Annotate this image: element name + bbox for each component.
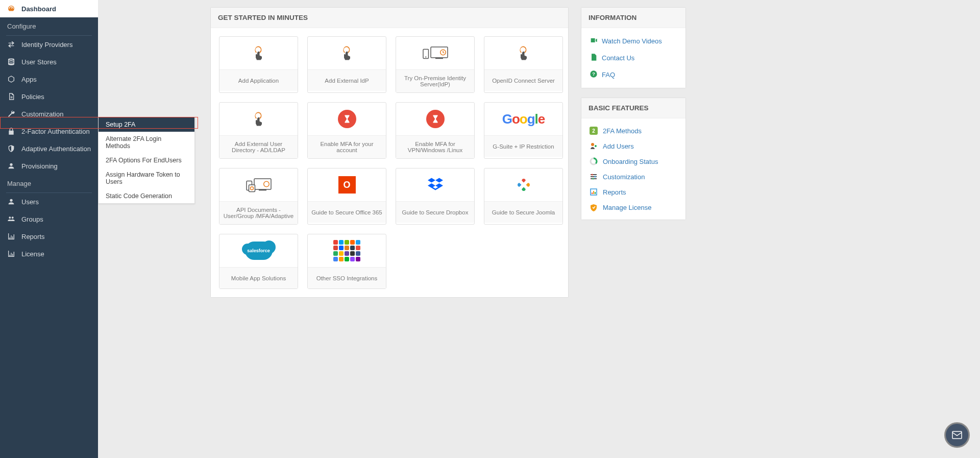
card-enable-mfa-vpn[interactable]: Enable MFA for VPN/Windows /Linux bbox=[396, 102, 475, 159]
hourglass-icon bbox=[308, 103, 386, 135]
features-panel: BASIC FEATURES 2 2FA Methods Add Users O… bbox=[581, 98, 686, 220]
chat-button[interactable] bbox=[944, 422, 970, 448]
card-add-external-idp[interactable]: Add External IdP bbox=[307, 36, 386, 93]
card-gsuite-ip[interactable]: Google G-Suite + IP Restriction bbox=[484, 102, 563, 159]
get-started-panel: GET STARTED IN MINUTES Add Application A… bbox=[210, 7, 569, 298]
link-label: Reports bbox=[603, 188, 626, 196]
hourglass-icon bbox=[396, 103, 474, 135]
card-enable-mfa-account[interactable]: Enable MFA for your account bbox=[307, 102, 386, 159]
question-icon: ? bbox=[590, 70, 597, 80]
shield-icon bbox=[7, 144, 15, 153]
submenu-2fa: Setup 2FA Alternate 2FA Login Methods 2F… bbox=[98, 117, 195, 204]
link-manage-license[interactable]: Manage License bbox=[590, 203, 677, 211]
link-faq[interactable]: ? FAQ bbox=[590, 70, 677, 80]
card-label: Guide to Secure Joomla bbox=[484, 201, 562, 223]
sidebar-item-reports[interactable]: Reports bbox=[0, 228, 98, 245]
sidebar-item-label: Identity Providers bbox=[21, 41, 72, 49]
sidebar-item-label: Users bbox=[21, 198, 39, 206]
submenu-item-assign-token[interactable]: Assign Hardware Token to Users bbox=[99, 167, 194, 189]
sidebar-item-label: Provisioning bbox=[21, 162, 58, 170]
link-add-users[interactable]: Add Users bbox=[590, 142, 677, 150]
link-reports[interactable]: Reports bbox=[590, 188, 677, 196]
card-label: Other SSO Integrations bbox=[308, 267, 386, 288]
panel-title: BASIC FEATURES bbox=[581, 98, 685, 118]
card-label: Add External IdP bbox=[308, 69, 386, 91]
sidebar-item-label: Customization bbox=[21, 110, 63, 118]
sidebar-item-label: Policies bbox=[21, 93, 44, 101]
card-label: G-Suite + IP Restriction bbox=[484, 135, 562, 157]
svg-text:2: 2 bbox=[592, 128, 595, 134]
card-label: Guide to Secure Dropbox bbox=[396, 201, 474, 223]
card-add-user-directory[interactable]: Add External User Directory - AD/LDAP bbox=[219, 102, 298, 159]
card-label: Mobile App Solutions bbox=[219, 267, 298, 288]
link-demo-videos[interactable]: Watch Demo Videos bbox=[590, 36, 677, 46]
card-label: Enable MFA for your account bbox=[308, 135, 386, 158]
card-office-365[interactable]: O Guide to Secure Office 365 bbox=[307, 168, 386, 225]
svg-rect-7 bbox=[259, 189, 266, 190]
submenu-item-alternate-login[interactable]: Alternate 2FA Login Methods bbox=[99, 132, 194, 153]
badge-icon: 2 bbox=[590, 127, 598, 135]
sidebar-item-2fa[interactable]: 2-Factor Authentication bbox=[0, 123, 98, 140]
sidebar-item-groups[interactable]: Groups bbox=[0, 210, 98, 228]
sidebar-item-user-stores[interactable]: User Stores bbox=[0, 53, 98, 70]
card-label: Add Application bbox=[219, 69, 298, 91]
sidebar-item-users[interactable]: Users bbox=[0, 193, 98, 210]
sidebar-item-policies[interactable]: Policies bbox=[0, 88, 98, 105]
submenu-item-static-code[interactable]: Static Code Generation bbox=[99, 189, 194, 203]
card-openid-connect[interactable]: OpenID Connect Server bbox=[484, 36, 563, 93]
sidebar-item-label: Adaptive Authentication bbox=[21, 145, 91, 153]
card-label: OpenID Connect Server bbox=[484, 69, 562, 91]
sidebar-item-label: User Stores bbox=[21, 58, 57, 66]
panel-title: INFORMATION bbox=[581, 8, 685, 28]
svg-rect-5 bbox=[254, 179, 271, 189]
user-icon bbox=[7, 162, 15, 170]
sidebar-item-label: Apps bbox=[21, 76, 37, 83]
panel-title: GET STARTED IN MINUTES bbox=[211, 8, 568, 28]
link-label: Watch Demo Videos bbox=[602, 37, 662, 45]
sidebar-item-adaptive-auth[interactable]: Adaptive Authentication bbox=[0, 140, 98, 157]
touch-icon bbox=[219, 103, 298, 135]
mail-icon bbox=[951, 429, 963, 441]
gauge-icon bbox=[7, 5, 15, 13]
sidebar-item-license[interactable]: License bbox=[0, 245, 98, 262]
sidebar-item-apps[interactable]: Apps bbox=[0, 70, 98, 88]
devices-icon bbox=[396, 37, 474, 69]
sidebar-item-customization[interactable]: Customization bbox=[0, 105, 98, 123]
sidebar-section-configure: Configure bbox=[0, 17, 98, 35]
submenu-item-setup-2fa[interactable]: Setup 2FA bbox=[99, 117, 194, 132]
users-icon bbox=[7, 215, 15, 223]
submenu-item-2fa-options[interactable]: 2FA Options For EndUsers bbox=[99, 153, 194, 167]
information-panel: INFORMATION Watch Demo Videos Contact Us… bbox=[581, 7, 686, 88]
card-on-premise-idp[interactable]: Try On-Premise Identity Server(IdP) bbox=[396, 36, 475, 93]
touch-icon bbox=[308, 37, 386, 69]
link-2fa-methods[interactable]: 2 2FA Methods bbox=[590, 127, 677, 135]
link-onboarding-status[interactable]: Onboarding Status bbox=[590, 157, 677, 165]
link-label: Onboarding Status bbox=[603, 158, 658, 165]
lock-icon bbox=[7, 127, 15, 135]
link-contact-us[interactable]: Contact Us bbox=[590, 53, 677, 63]
sidebar-item-label: License bbox=[21, 250, 44, 258]
sidebar-item-label: Dashboard bbox=[21, 5, 56, 13]
svg-rect-2 bbox=[435, 58, 443, 59]
sidebar-item-label: Reports bbox=[21, 233, 45, 240]
card-add-application[interactable]: Add Application bbox=[219, 36, 298, 93]
card-other-sso[interactable]: Other SSO Integrations bbox=[307, 234, 386, 289]
salesforce-icon: salesforce bbox=[219, 234, 298, 267]
touch-icon bbox=[219, 37, 298, 69]
sidebar-item-provisioning[interactable]: Provisioning bbox=[0, 157, 98, 175]
card-joomla[interactable]: Guide to Secure Joomla bbox=[484, 168, 563, 225]
card-label: Enable MFA for VPN/Windows /Linux bbox=[396, 135, 474, 158]
link-customization[interactable]: Customization bbox=[590, 173, 677, 181]
card-dropbox[interactable]: Guide to Secure Dropbox bbox=[396, 168, 475, 225]
sidebar-item-dashboard[interactable]: Dashboard bbox=[0, 0, 98, 17]
card-api-documents[interactable]: API Documents - User/Group /MFA/Adaptive bbox=[219, 168, 298, 225]
link-label: Add Users bbox=[603, 142, 634, 150]
touch-icon bbox=[484, 37, 562, 69]
exchange-icon bbox=[7, 40, 15, 49]
sidebar-section-manage: Manage bbox=[0, 175, 98, 192]
report-icon bbox=[590, 188, 598, 196]
video-icon bbox=[590, 36, 597, 46]
sidebar-item-identity-providers[interactable]: Identity Providers bbox=[0, 36, 98, 53]
card-mobile-app[interactable]: salesforce Mobile App Solutions bbox=[219, 234, 298, 289]
svg-point-4 bbox=[425, 56, 426, 57]
